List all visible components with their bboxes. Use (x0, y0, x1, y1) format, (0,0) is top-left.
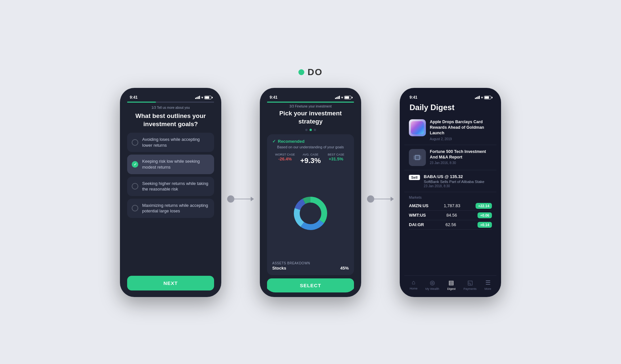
phone-3: 9:41 ▾ Daily Digest (400, 88, 501, 297)
daily-digest-title: Daily Digest (404, 101, 496, 115)
apple-logo-icon (411, 121, 424, 134)
sell-date: 23 Jan 2018, 8:30 (424, 184, 484, 188)
svg-point-5 (301, 204, 320, 223)
option-3[interactable]: Seeking higher returns while taking the … (127, 177, 214, 196)
signal-icon-2 (335, 96, 340, 99)
next-button[interactable]: NEXT (127, 276, 214, 290)
news-headline-2: Fortune 500 Tech Investment And M&A Repo… (430, 149, 492, 160)
status-bar-2: 9:41 ▾ (264, 92, 357, 101)
arrow-head-1 (251, 197, 254, 201)
svg-rect-8 (416, 156, 419, 159)
market-row-3[interactable]: DAI:GR 62.56 +0.14 (409, 220, 492, 230)
avg-case-value: +9.3% (298, 157, 323, 165)
radio-3 (132, 183, 138, 190)
progress-track-2 (267, 102, 354, 103)
nav-more-label: More (484, 287, 491, 290)
assets-breakdown-label: Assets breakdown (272, 261, 349, 265)
sell-ticker: BABA:US @ 135.32 (424, 174, 484, 179)
case-row: WORST CASE -26.4% AVG. CASE +9.3% BEST C… (272, 153, 349, 165)
wifi-icon-3: ▾ (481, 96, 483, 99)
recommended-label: Recomended (278, 139, 305, 144)
news-item-1[interactable]: Apple Drops Barclays Card Rewards Ahead … (404, 115, 496, 145)
arrow-line-1 (234, 199, 251, 199)
option-2[interactable]: ✓ Keeping risk low while seeking modest … (127, 155, 214, 174)
select-button[interactable]: SELECT (267, 278, 354, 292)
step-label-1: 1/3 Tell us more about you (127, 106, 214, 109)
phone-1: 9:41 ▾ (120, 88, 221, 297)
nav-digest[interactable]: ▤ Digest (447, 279, 456, 290)
dots-indicator (267, 129, 354, 131)
battery-icon-1 (204, 96, 211, 99)
home-icon: ⌂ (412, 279, 415, 286)
based-on-text: Based on our understanding of your goals (272, 145, 349, 149)
payments-icon: ◱ (467, 279, 473, 286)
wifi-icon-1: ▾ (201, 96, 203, 99)
radio-2: ✓ (132, 161, 138, 168)
arrow-circle-1 (227, 195, 234, 203)
avg-case: AVG. CASE +9.3% (298, 153, 323, 165)
radio-4 (132, 205, 138, 211)
status-bar-1: 9:41 ▾ (125, 92, 217, 101)
radio-1 (132, 139, 138, 146)
option-4-text: Maximizing returns while accepting poten… (142, 203, 210, 214)
sell-content: BABA:US @ 135.32 SoftBank Sells Part of … (424, 174, 484, 188)
wifi-icon-2: ▾ (341, 96, 343, 99)
arrow-2 (361, 195, 400, 203)
sell-badge: Sell (409, 175, 420, 180)
donut-chart-area (272, 169, 349, 257)
nav-payments-label: Payments (463, 287, 477, 290)
wealth-icon: ◎ (430, 279, 435, 286)
news-thumb-2 (409, 149, 426, 166)
donut-chart (291, 194, 330, 233)
phone-2-inner: 9:41 ▾ 3/3 (264, 92, 357, 292)
arrow-1 (221, 195, 260, 203)
nav-home[interactable]: ⌂ Home (410, 279, 417, 290)
options-list: Avoiding loses while accepting lower ret… (127, 133, 214, 273)
svg-rect-6 (411, 121, 424, 134)
dot-3 (314, 129, 316, 131)
nav-wealth[interactable]: ◎ My Wealth (425, 279, 439, 290)
step-label-2: 3/3 Finetune your investment (267, 105, 354, 108)
nav-digest-label: Digest (447, 287, 456, 290)
arrow-circle-2 (367, 195, 374, 203)
phones-container: 9:41 ▾ (120, 88, 501, 297)
nav-more[interactable]: ☰ More (484, 279, 491, 290)
news-date-2: 23 Jan 2016, 8:30 (430, 161, 492, 165)
do-dot-icon (298, 69, 304, 75)
market-price-2: 84.56 (446, 213, 457, 218)
worst-case: WORST CASE -26.4% (272, 153, 298, 165)
phone-3-inner: 9:41 ▾ Daily Digest (404, 92, 496, 292)
market-row-1[interactable]: AMZN:US 1,787.83 +22.14 (409, 201, 492, 211)
do-label: DO (308, 67, 323, 77)
battery-icon-2 (344, 96, 351, 99)
phone2-title: Pick your investment strategy (267, 109, 354, 125)
markets-section: Markets AMZN:US 1,787.83 +22.14 WMT:US 8… (404, 192, 496, 232)
nav-wealth-label: My Wealth (425, 287, 439, 290)
bottom-nav: ⌂ Home ◎ My Wealth ▤ Digest ◱ Payments (404, 275, 496, 292)
progress-fill-2 (267, 102, 354, 103)
progress-container-1 (125, 101, 217, 105)
phone-2-content: 3/3 Finetune your investment Pick your i… (264, 104, 357, 292)
market-ticker-2: WMT:US (409, 213, 426, 218)
market-ticker-3: DAI:GR (409, 222, 424, 227)
phone-1-inner: 9:41 ▾ (125, 92, 217, 292)
market-ticker-1: AMZN:US (409, 203, 428, 208)
worst-case-label: WORST CASE (272, 153, 298, 157)
chip-icon (412, 152, 423, 163)
progress-track-1 (127, 102, 214, 103)
option-1[interactable]: Avoiding loses while accepting lower ret… (127, 133, 214, 152)
option-1-text: Avoiding loses while accepting lower ret… (142, 137, 210, 148)
nav-payments[interactable]: ◱ Payments (463, 279, 477, 290)
news-content-2: Fortune 500 Tech Investment And M&A Repo… (430, 149, 492, 165)
arrow-head-2 (391, 197, 394, 201)
recommended-badge: ✓ Recomended (272, 139, 349, 144)
market-row-2[interactable]: WMT:US 84.56 +0.06 (409, 211, 492, 220)
news-item-2[interactable]: Fortune 500 Tech Investment And M&A Repo… (404, 145, 496, 170)
nav-home-label: Home (410, 287, 417, 290)
option-4[interactable]: Maximizing returns while accepting poten… (127, 199, 214, 218)
news-headline-1: Apple Drops Barclays Card Rewards Ahead … (430, 119, 492, 136)
phone-3-content: Daily Digest (404, 101, 496, 292)
news-list: Apple Drops Barclays Card Rewards Ahead … (404, 115, 496, 275)
sell-news-item[interactable]: Sell BABA:US @ 135.32 SoftBank Sells Par… (404, 170, 496, 192)
status-bar-3: 9:41 ▾ (404, 92, 496, 101)
